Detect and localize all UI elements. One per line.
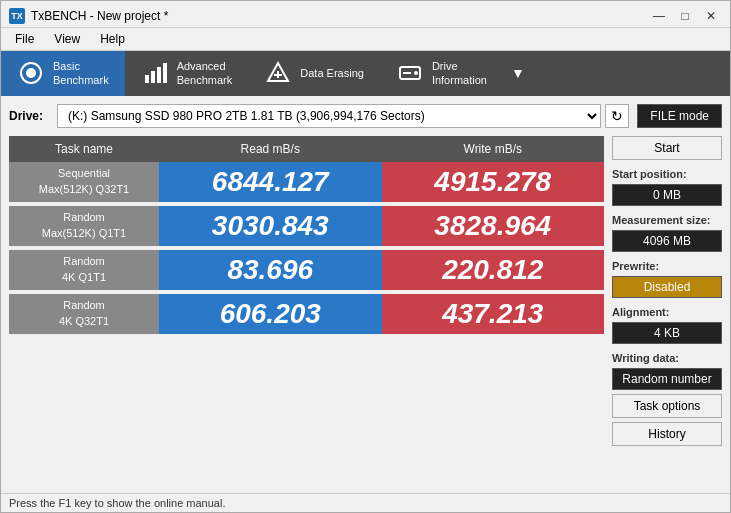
task-name-cell: Random4K Q1T1 — [9, 250, 159, 290]
write-value-cell: 220.812 — [382, 250, 605, 290]
menu-view[interactable]: View — [48, 30, 86, 48]
write-value-cell: 437.213 — [382, 294, 605, 334]
measurement-size-value: 4096 MB — [612, 230, 722, 252]
benchmark-table: Task name Read mB/s Write mB/s Sequentia… — [9, 136, 604, 334]
advanced-benchmark-icon — [141, 59, 169, 87]
maximize-button[interactable]: □ — [674, 7, 696, 25]
title-bar: TX TxBENCH - New project * — □ ✕ — [1, 1, 730, 28]
file-mode-button[interactable]: FILE mode — [637, 104, 722, 128]
history-button[interactable]: History — [612, 422, 722, 446]
toolbar-drive-information[interactable]: Drive Information — [380, 51, 503, 96]
drive-select-wrapper: (K:) Samsung SSD 980 PRO 2TB 1.81 TB (3,… — [57, 104, 629, 128]
prewrite-value: Disabled — [612, 276, 722, 298]
basic-benchmark-label: Basic Benchmark — [53, 59, 109, 88]
alignment-value: 4 KB — [612, 322, 722, 344]
data-erasing-icon — [264, 59, 292, 87]
alignment-label: Alignment: — [612, 306, 722, 318]
toolbar-data-erasing[interactable]: Data Erasing — [248, 51, 380, 96]
drive-information-label: Drive Information — [432, 59, 487, 88]
start-position-value: 0 MB — [612, 184, 722, 206]
toolbar-dropdown-button[interactable]: ▼ — [503, 51, 533, 96]
title-bar-left: TX TxBENCH - New project * — [9, 8, 168, 24]
app-icon: TX — [9, 8, 25, 24]
menu-file[interactable]: File — [9, 30, 40, 48]
refresh-button[interactable]: ↻ — [605, 104, 629, 128]
menu-help[interactable]: Help — [94, 30, 131, 48]
writing-data-label: Writing data: — [612, 352, 722, 364]
close-button[interactable]: ✕ — [700, 7, 722, 25]
status-text: Press the F1 key to show the online manu… — [9, 497, 225, 509]
drive-select[interactable]: (K:) Samsung SSD 980 PRO 2TB 1.81 TB (3,… — [57, 104, 601, 128]
app-window: TX TxBENCH - New project * — □ ✕ File Vi… — [0, 0, 731, 513]
table-row: RandomMax(512K) Q1T13030.8433828.964 — [9, 206, 604, 246]
toolbar-advanced-benchmark[interactable]: Advanced Benchmark — [125, 51, 249, 96]
title-bar-controls: — □ ✕ — [648, 7, 722, 25]
drive-row: Drive: (K:) Samsung SSD 980 PRO 2TB 1.81… — [9, 104, 722, 128]
table-row: Random4K Q1T183.696220.812 — [9, 250, 604, 290]
col-task-name: Task name — [9, 136, 159, 162]
start-button[interactable]: Start — [612, 136, 722, 160]
left-panel: Task name Read mB/s Write mB/s Sequentia… — [9, 136, 604, 446]
svg-rect-4 — [157, 67, 161, 83]
write-value-cell: 3828.964 — [382, 206, 605, 246]
minimize-button[interactable]: — — [648, 7, 670, 25]
read-value-cell: 3030.843 — [159, 206, 382, 246]
status-bar: Press the F1 key to show the online manu… — [1, 493, 730, 512]
read-value-cell: 6844.127 — [159, 162, 382, 202]
data-erasing-label: Data Erasing — [300, 66, 364, 80]
svg-rect-3 — [151, 71, 155, 83]
svg-point-10 — [414, 71, 418, 75]
col-write: Write mB/s — [382, 136, 605, 162]
layout: Task name Read mB/s Write mB/s Sequentia… — [9, 136, 722, 446]
toolbar: Basic Benchmark Advanced Benchmark — [1, 51, 730, 96]
prewrite-label: Prewrite: — [612, 260, 722, 272]
table-row: SequentialMax(512K) Q32T16844.1274915.27… — [9, 162, 604, 202]
svg-point-1 — [26, 68, 36, 78]
table-row: Random4K Q32T1606.203437.213 — [9, 294, 604, 334]
writing-data-value: Random number — [612, 368, 722, 390]
task-options-button[interactable]: Task options — [612, 394, 722, 418]
read-value-cell: 606.203 — [159, 294, 382, 334]
window-title: TxBENCH - New project * — [31, 9, 168, 23]
measurement-size-label: Measurement size: — [612, 214, 722, 226]
task-name-cell: Random4K Q32T1 — [9, 294, 159, 334]
svg-rect-5 — [163, 63, 167, 83]
write-value-cell: 4915.278 — [382, 162, 605, 202]
col-read: Read mB/s — [159, 136, 382, 162]
start-position-label: Start position: — [612, 168, 722, 180]
main-content: Drive: (K:) Samsung SSD 980 PRO 2TB 1.81… — [1, 96, 730, 512]
right-panel: Start Start position: 0 MB Measurement s… — [612, 136, 722, 446]
menu-bar: File View Help — [1, 28, 730, 51]
drive-label: Drive: — [9, 109, 49, 123]
basic-benchmark-icon — [17, 59, 45, 87]
svg-rect-2 — [145, 75, 149, 83]
toolbar-basic-benchmark[interactable]: Basic Benchmark — [1, 51, 125, 96]
task-name-cell: RandomMax(512K) Q1T1 — [9, 206, 159, 246]
task-name-cell: SequentialMax(512K) Q32T1 — [9, 162, 159, 202]
advanced-benchmark-label: Advanced Benchmark — [177, 59, 233, 88]
read-value-cell: 83.696 — [159, 250, 382, 290]
drive-information-icon — [396, 59, 424, 87]
